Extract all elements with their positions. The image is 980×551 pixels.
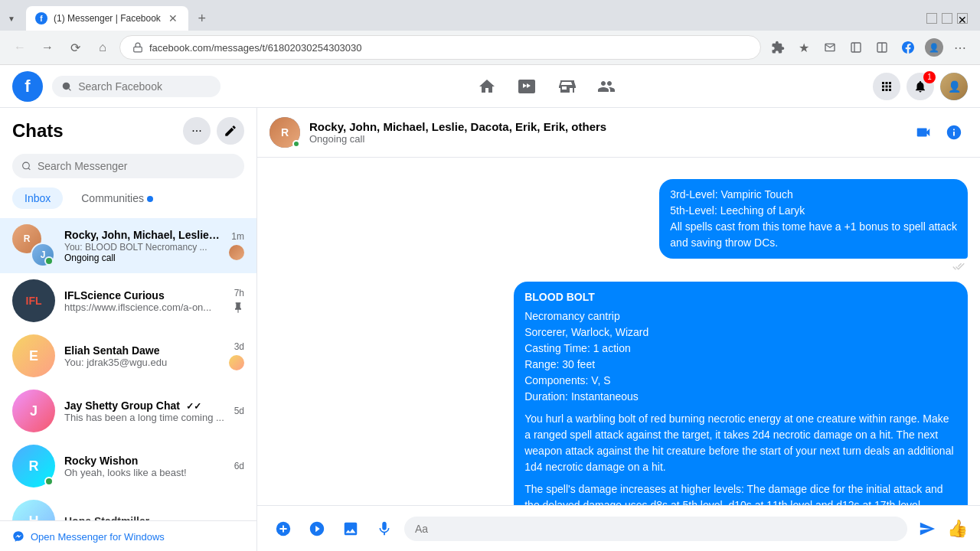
toolbar-icons: ★ 👤 ⋯: [767, 37, 971, 58]
photo-button[interactable]: [337, 515, 364, 543]
apps-button[interactable]: [873, 73, 900, 100]
chat-header-avatar: R: [270, 117, 300, 148]
message-line: Range: 30 feet: [524, 357, 957, 373]
chat-meta: 6d: [234, 461, 244, 471]
communities-notification-dot: [147, 196, 153, 202]
chat-header-name: Rocky, John, Michael, Leslie, Dacota, Er…: [309, 120, 900, 133]
more-options-chat-button[interactable]: ···: [183, 117, 211, 145]
search-icon: [61, 80, 72, 93]
notifications-button[interactable]: 1: [906, 73, 934, 100]
nav-video-button[interactable]: [508, 68, 545, 105]
message-line: 5th-Level: Leeching of Laryk: [670, 203, 957, 219]
profile-icon[interactable]: 👤: [923, 37, 945, 58]
nav-home-button[interactable]: [469, 68, 505, 105]
search-input-container[interactable]: [12, 154, 244, 178]
send-button[interactable]: [913, 515, 941, 543]
fb-search-bar[interactable]: [52, 76, 220, 97]
mic-button[interactable]: [371, 515, 398, 543]
browser-chrome: ▼ f (1) Messenger | Facebook ✕ + ✕ ← → ⟳…: [0, 0, 980, 65]
address-bar[interactable]: facebook.com/messages/t/6180203025430303…: [119, 35, 761, 60]
search-input-icon: [21, 161, 31, 171]
fb-toolbar-icon[interactable]: [897, 37, 919, 58]
message-scaling: The spell's damage increases at higher l…: [524, 481, 957, 505]
communities-tab[interactable]: Communities: [69, 187, 165, 209]
reload-button[interactable]: ⟳: [64, 37, 86, 58]
sender-avatar: [229, 245, 244, 260]
message-line: Duration: Instantaneous: [524, 389, 957, 405]
message-input[interactable]: [404, 517, 907, 541]
chat-time: 3d: [234, 341, 244, 352]
maximize-button[interactable]: [942, 13, 952, 24]
message-status: [952, 260, 968, 272]
chat-meta: 5d: [234, 406, 244, 416]
nav-people-button[interactable]: [588, 68, 625, 105]
chat-item[interactable]: H Hope Stadtmiller: [0, 494, 256, 520]
video-call-button[interactable]: [910, 119, 937, 146]
chat-item[interactable]: E Eliah Sentah Dawe You: jdrak35@wgu.edu…: [0, 328, 256, 383]
fb-header-actions: 1 👤: [873, 73, 968, 100]
chat-preview: This has been a long time coming ...: [64, 412, 225, 423]
message-line: Components: V, S: [524, 373, 957, 389]
new-tab-button[interactable]: +: [191, 8, 213, 29]
bookmark-button[interactable]: ★: [793, 37, 815, 58]
home-button[interactable]: ⌂: [92, 37, 113, 58]
verified-badge: ✓✓: [186, 401, 201, 412]
message-line: and saving throw DCs.: [670, 235, 957, 251]
tab-bar: ▼ f (1) Messenger | Facebook ✕ + ✕: [0, 0, 980, 31]
message-line: 3rd-Level: Vampiric Touch: [670, 187, 957, 203]
chat-avatar-container: E: [12, 334, 55, 377]
fb-main: Chats ··· Inbox Communities: [0, 108, 980, 551]
nav-store-button[interactable]: [548, 68, 585, 105]
message-body: You hurl a warbling bolt of red burning …: [524, 411, 957, 475]
chats-header: Chats ···: [0, 108, 256, 151]
svg-rect-1: [851, 43, 861, 52]
fb-header: f 1: [0, 65, 980, 108]
chat-info: Rocky Wishon Oh yeah, looks like a beast…: [64, 455, 225, 478]
tab-close-button[interactable]: ✕: [167, 11, 179, 26]
message-text-input[interactable]: [415, 523, 897, 535]
chat-item[interactable]: IFL IFLScience Curious https://www.iflsc…: [0, 273, 256, 328]
info-button[interactable]: [940, 119, 968, 146]
search-messenger-input[interactable]: [38, 160, 235, 172]
open-messenger-button[interactable]: Open Messenger for Windows: [0, 520, 256, 551]
chats-header-actions: ···: [183, 117, 244, 145]
search-facebook-input[interactable]: [78, 80, 211, 93]
downloads-button[interactable]: [819, 37, 841, 58]
notification-badge: 1: [923, 71, 936, 83]
tab-title: (1) Messenger | Facebook: [54, 13, 161, 24]
like-button[interactable]: 👍: [947, 519, 968, 539]
facebook-app: f 1: [0, 65, 980, 551]
chat-info: Rocky, John, Michael, Leslie, ... You: B…: [64, 229, 220, 263]
extensions-button[interactable]: [767, 37, 789, 58]
message-container: 3rd-Level: Vampiric Touch 5th-Level: Lee…: [270, 179, 968, 272]
forward-button[interactable]: →: [37, 37, 58, 58]
chat-item[interactable]: R J Rocky, John, Michael, Leslie, ... Yo…: [0, 218, 256, 273]
chat-info: Jay Shetty Group Chat ✓✓ This has been a…: [64, 399, 225, 423]
open-messenger-text: Open Messenger for Windows: [31, 531, 165, 543]
active-tab[interactable]: f (1) Messenger | Facebook ✕: [26, 6, 188, 31]
plus-button[interactable]: [270, 515, 297, 543]
chat-item[interactable]: R Rocky Wishon Oh yeah, looks like a bea…: [0, 439, 256, 494]
minimize-button[interactable]: [926, 13, 937, 24]
message-container: BLOOD BOLT Necromancy cantrip Sorcerer, …: [270, 282, 968, 505]
close-button[interactable]: ✕: [957, 13, 968, 24]
chat-name: Rocky, John, Michael, Leslie, ...: [64, 229, 220, 241]
chat-name: IFLScience Curious: [64, 289, 223, 302]
chat-avatar: H: [12, 500, 55, 520]
more-options-button[interactable]: ⋯: [949, 37, 971, 58]
sidebar-button[interactable]: [845, 37, 867, 58]
chat-window: R Rocky, John, Michael, Leslie, Dacota, …: [257, 108, 980, 551]
camera-button[interactable]: [303, 515, 331, 543]
chat-preview: https://www.iflscience.com/a-on...: [64, 302, 223, 313]
svg-line-6: [69, 88, 71, 90]
message-title: BLOOD BOLT: [524, 289, 957, 305]
back-button[interactable]: ←: [9, 37, 31, 58]
split-view-button[interactable]: [871, 37, 893, 58]
address-bar-row: ← → ⟳ ⌂ facebook.com/messages/t/61802030…: [0, 31, 980, 64]
chat-header-actions: [910, 119, 968, 146]
new-message-button[interactable]: [217, 117, 244, 145]
profile-avatar-button[interactable]: 👤: [940, 73, 968, 100]
svg-rect-0: [134, 47, 142, 51]
inbox-tab[interactable]: Inbox: [12, 187, 63, 209]
chat-item[interactable]: J Jay Shetty Group Chat ✓✓ This has been…: [0, 383, 256, 439]
